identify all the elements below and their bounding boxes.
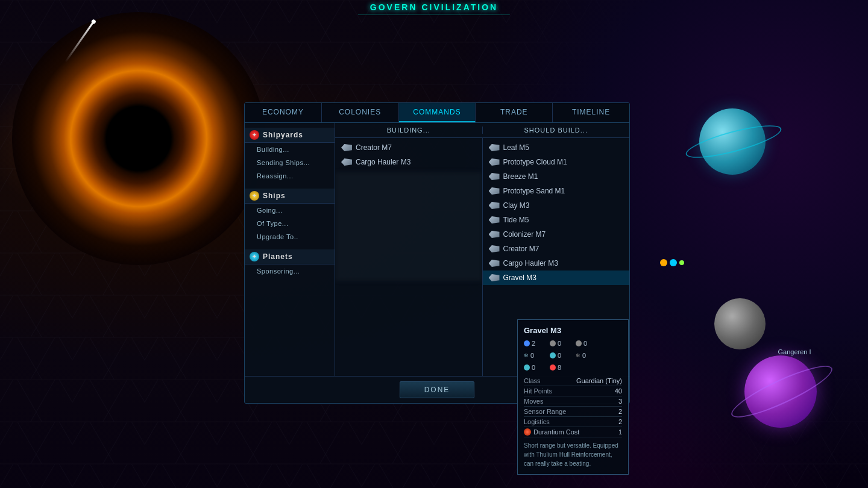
stat-attack: 2 xyxy=(524,340,545,347)
sidebar-item-reassign[interactable]: Reassign... xyxy=(245,169,335,183)
ship-icon-colonizer xyxy=(489,231,500,238)
sidebar-section-shipyards: ✦ Shipyards Building... Sending Ships...… xyxy=(245,128,335,183)
should-build-breeze-m1[interactable]: Breeze M1 xyxy=(483,169,630,184)
sidebar-item-of-type[interactable]: Of Type... xyxy=(245,217,335,230)
planet-label-gangeren: Gangeren I xyxy=(764,348,825,355)
planet-purple xyxy=(744,355,817,428)
sidebar-item-building[interactable]: Building... xyxy=(245,143,335,156)
sidebar-header-ships: ✦ Ships xyxy=(245,189,335,204)
shipyards-icon: ✦ xyxy=(250,130,259,140)
ship-icon-creator xyxy=(341,144,352,151)
map-icon-orange xyxy=(660,259,667,266)
planets-icon: ✦ xyxy=(250,252,259,261)
planet-gray xyxy=(714,298,766,349)
stat-icon-snowflake2: ❄ xyxy=(576,352,580,358)
should-build-tide-m5[interactable]: Tide M5 xyxy=(483,213,630,227)
ship-icon-creator2 xyxy=(489,245,500,252)
ship-icon-breeze xyxy=(489,173,500,180)
tab-economy[interactable]: Economy xyxy=(245,103,322,122)
ships-icon: ✦ xyxy=(250,191,259,201)
ship-icon-cargo2 xyxy=(489,260,500,267)
building-column: Creator M7 Cargo Hauler M3 xyxy=(335,138,483,376)
should-build-cargo-hauler-m3[interactable]: Cargo Hauler M3 xyxy=(483,256,630,271)
tooltip-gravel-m3: Gravel M3 2 0 0 ❄ 0 0 ❄ 0 0 xyxy=(517,319,629,475)
ship-icon-clay xyxy=(489,202,500,209)
building-item-cargo-hauler-m3[interactable]: Cargo Hauler M3 xyxy=(335,155,482,169)
stat-hp2: 8 xyxy=(550,364,571,371)
columns-header: Building... Should Build... xyxy=(335,123,629,138)
tab-colonies[interactable]: Colonies xyxy=(322,103,399,122)
should-build-clay-m3[interactable]: Clay M3 xyxy=(483,198,630,213)
tab-bar: Economy Colonies Commands Trade Timeline xyxy=(245,103,629,123)
panel-sidebar: ✦ Shipyards Building... Sending Ships...… xyxy=(245,123,335,376)
should-build-prototype-sand-m1[interactable]: Prototype Sand M1 xyxy=(483,184,630,198)
ship-icon-leaf xyxy=(489,144,500,151)
ship-icon-prototype-sand xyxy=(489,187,500,195)
durantium-icon xyxy=(524,428,531,436)
stat-icon-attack2 xyxy=(550,340,556,346)
title-bar: Govern Civilization xyxy=(358,0,510,15)
tooltip-row-hitpoints: Hit Points 40 xyxy=(524,386,622,396)
stat-hp: 0 xyxy=(524,364,545,371)
sidebar-header-shipyards: ✦ Shipyards xyxy=(245,128,335,143)
tooltip-row-sensor-range: Sensor Range 2 xyxy=(524,407,622,417)
tooltip-row-logistics: Logistics 2 xyxy=(524,417,622,427)
stat-shield2: ❄ 0 xyxy=(576,352,597,359)
tooltip-row-class: Class Guardian (Tiny) xyxy=(524,376,622,386)
stat-icon-hp xyxy=(524,364,530,371)
sidebar-section-ships: ✦ Ships Going... Of Type... Upgrade To.. xyxy=(245,189,335,243)
ship-icon-prototype-cloud xyxy=(489,158,500,166)
stat-icon-shield: ❄ xyxy=(524,352,529,358)
tab-timeline[interactable]: Timeline xyxy=(553,103,629,122)
tooltip-stats: 2 0 0 ❄ 0 0 ❄ 0 0 8 xyxy=(524,340,622,371)
col-header-should-build: Should Build... xyxy=(483,127,630,134)
stat-defense2: 0 xyxy=(550,352,571,359)
map-icon-teal xyxy=(670,259,677,266)
tab-commands[interactable]: Commands xyxy=(399,103,476,122)
stat-attack2: 0 xyxy=(550,340,571,347)
stat-icon-attack xyxy=(524,340,530,346)
stat-shield: ❄ 0 xyxy=(524,352,545,359)
blurred-ships-area xyxy=(335,172,482,281)
should-build-gravel-m3[interactable]: Gravel M3 xyxy=(483,271,630,285)
building-item-creator-m7[interactable]: Creator M7 xyxy=(335,140,482,155)
should-build-creator-m7[interactable]: Creator M7 xyxy=(483,242,630,256)
sidebar-header-planets: ✦ Planets xyxy=(245,249,335,264)
map-icons-group xyxy=(660,259,684,266)
tab-trade[interactable]: Trade xyxy=(476,103,553,122)
map-icon-green xyxy=(679,260,684,265)
sidebar-item-sending-ships[interactable]: Sending Ships... xyxy=(245,156,335,169)
sidebar-section-planets: ✦ Planets Sponsoring... xyxy=(245,249,335,278)
sidebar-item-sponsoring[interactable]: Sponsoring... xyxy=(245,264,335,278)
tooltip-title: Gravel M3 xyxy=(524,326,622,335)
col-header-building: Building... xyxy=(335,127,482,134)
ship-icon-cargo xyxy=(341,158,352,166)
planet-teal xyxy=(699,108,766,175)
tooltip-row-durantium: Durantium Cost 1 xyxy=(524,427,622,437)
ship-icon-tide xyxy=(489,216,500,224)
tooltip-description: Short range but versatile. Equipped with… xyxy=(524,441,622,468)
sidebar-item-going[interactable]: Going... xyxy=(245,204,335,217)
done-button[interactable]: Done xyxy=(400,381,475,398)
stat-icon-hp2 xyxy=(550,364,556,371)
should-build-colonizer-m7[interactable]: Colonizer M7 xyxy=(483,227,630,242)
sidebar-item-upgrade-to[interactable]: Upgrade To.. xyxy=(245,230,335,243)
stat-icon-defense xyxy=(576,340,582,346)
ship-icon-gravel xyxy=(489,274,500,281)
stat-defense: 0 xyxy=(576,340,597,347)
should-build-leaf-m5[interactable]: Leaf M5 xyxy=(483,140,630,155)
stat-icon-shield2 xyxy=(550,352,556,358)
tooltip-row-moves: Moves 3 xyxy=(524,396,622,407)
should-build-prototype-cloud-m1[interactable]: Prototype Cloud M1 xyxy=(483,155,630,169)
